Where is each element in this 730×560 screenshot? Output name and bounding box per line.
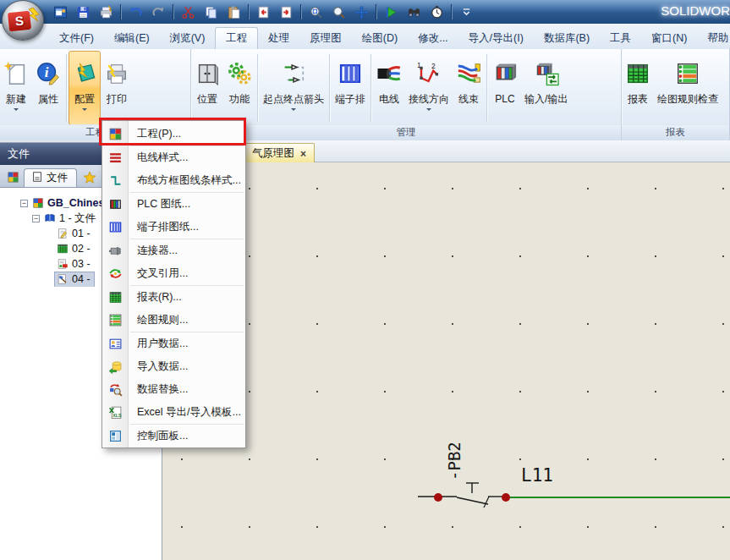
print-icon[interactable]: [95, 3, 118, 22]
plc-sheet-icon: [108, 197, 123, 211]
forward-icon[interactable]: [275, 3, 298, 22]
close-tab-icon[interactable]: ×: [300, 149, 306, 159]
redo-icon[interactable]: [147, 3, 170, 22]
rules-check-icon: [675, 61, 700, 86]
config-button-label: 配置: [74, 93, 95, 106]
menu-item-data-replace-label: 数据替换...: [128, 382, 188, 397]
wiring-direction-button[interactable]: 12接线方向: [405, 51, 453, 125]
tab-tools[interactable]: 工具: [600, 28, 641, 49]
zoom-icon[interactable]: [327, 3, 350, 22]
copy-icon[interactable]: [200, 3, 222, 22]
tab-schematic[interactable]: 原理图: [299, 28, 352, 49]
play-icon[interactable]: [380, 3, 403, 22]
new-button[interactable]: 新建: [0, 51, 32, 125]
plc-icon: [492, 61, 518, 86]
app-logo[interactable]: S: [2, 0, 47, 41]
back-icon[interactable]: [252, 3, 275, 22]
clock-icon[interactable]: [425, 3, 448, 22]
drawing-canvas[interactable]: -PB2 L11: [162, 162, 730, 560]
tab-view[interactable]: 浏览(V): [160, 28, 216, 49]
project-cube-icon[interactable]: [7, 171, 19, 184]
menu-item-project-label: 工程(P)...: [128, 127, 181, 141]
svg-text:XLS: XLS: [113, 413, 122, 418]
harness-button[interactable]: 线束: [453, 51, 485, 125]
tab-process[interactable]: 处理: [258, 28, 299, 49]
cable-button[interactable]: 电线: [373, 51, 405, 125]
menu-item-project[interactable]: 工程(P)...: [102, 123, 245, 145]
tab-file[interactable]: 文件(F): [49, 28, 104, 49]
menu-item-import-data[interactable]: 导入数据...: [102, 355, 245, 378]
tab-modify[interactable]: 修改...: [408, 28, 458, 49]
document-tab-schematic[interactable]: 气原理图 ×: [244, 143, 315, 163]
side-panel-tab-files[interactable]: 文件: [24, 168, 77, 187]
tab-project[interactable]: 工程: [215, 27, 258, 49]
tree-item-01-label: 01 -: [72, 228, 92, 239]
tab-import-export[interactable]: 导入/导出(I): [458, 28, 534, 49]
tree-item-02-label: 02 -: [72, 243, 92, 255]
menu-item-data-replace[interactable]: 数据替换...: [102, 378, 245, 401]
config-button[interactable]: 配置: [69, 51, 101, 125]
control-panel-icon: [108, 429, 123, 443]
document-icon: [31, 171, 43, 185]
menu-item-excel-template[interactable]: XLSExcel 导出/导入模板...: [102, 401, 245, 424]
menu-item-connector-label: 连接器...: [128, 244, 178, 258]
print-button[interactable]: 打印: [101, 51, 133, 125]
menu-item-terminal-drawings[interactable]: 端子排图纸...: [102, 216, 245, 239]
data-replace-icon: [108, 382, 123, 397]
favorites-star-icon[interactable]: [83, 171, 96, 184]
line-style-icon: [108, 173, 123, 188]
ribbon-tab-bar: 文件(F)编辑(E)浏览(V)工程处理原理图绘图(D)修改...导入/导出(I)…: [0, 24, 730, 49]
cut-icon[interactable]: [177, 3, 200, 22]
menu-item-user-data[interactable]: 用户数据...: [102, 332, 245, 355]
terminal-strip-button[interactable]: 端子排: [332, 51, 369, 125]
function-icon: [227, 61, 252, 86]
app-window-icon[interactable]: [49, 3, 72, 22]
origin-destination-arrows-button[interactable]: 起点终点箭头: [260, 51, 327, 125]
chevron-down-icon: [82, 108, 87, 113]
toolbar-separator: [451, 4, 453, 19]
tab-draw[interactable]: 绘图(D): [352, 28, 408, 49]
reports-button[interactable]: 报表: [622, 51, 654, 125]
undo-icon[interactable]: [124, 3, 147, 22]
config-dropdown-menu: 工程(P)...电线样式...布线方框图线条样式...PLC 图纸...端子排图…: [102, 120, 246, 448]
chevron-down-icon: [291, 108, 296, 113]
plc-button[interactable]: PLC: [489, 51, 521, 125]
save-icon[interactable]: [72, 3, 95, 22]
menu-item-import-data-label: 导入数据...: [128, 360, 188, 374]
wire-direction-icon: 12: [416, 61, 442, 86]
menu-item-reports[interactable]: 报表(R)...: [102, 286, 245, 309]
reports-button-label: 报表: [628, 93, 648, 106]
pan-icon[interactable]: [350, 3, 373, 22]
zoom-window-icon[interactable]: [305, 3, 327, 22]
quick-access-toolbar: [49, 2, 478, 22]
menu-item-routing-line-style[interactable]: 布线方框图线条样式...: [102, 169, 245, 192]
menu-item-plc-drawings[interactable]: PLC 图纸...: [102, 193, 245, 216]
menu-item-cross-reference[interactable]: 交叉引用...: [102, 262, 245, 285]
tab-database[interactable]: 数据库(B): [534, 28, 600, 49]
properties-button[interactable]: i属性: [32, 51, 64, 125]
harness-button-label: 线束: [458, 93, 479, 106]
new-button-label: 新建: [6, 93, 26, 106]
config-icon: [72, 61, 97, 86]
tree-expander-icon[interactable]: −: [32, 215, 40, 222]
paste-icon[interactable]: [222, 3, 245, 22]
menu-item-control-panel[interactable]: 控制面板...: [102, 425, 245, 447]
document-tab-bar: 气原理图 ×: [162, 140, 730, 162]
tree-expander-icon[interactable]: −: [20, 200, 28, 207]
pushbutton-contact: [457, 497, 488, 504]
more-commands-icon[interactable]: [455, 3, 478, 22]
location-button-label: 位置: [197, 93, 217, 106]
input-output-button[interactable]: 输入/输出: [521, 51, 571, 125]
menu-item-connector[interactable]: 连接器...: [102, 239, 245, 262]
binoculars-icon[interactable]: [403, 3, 425, 22]
menu-item-drawing-rules[interactable]: 绘图规则...: [102, 309, 245, 332]
tab-edit[interactable]: 编辑(E): [104, 28, 160, 49]
function-button[interactable]: 功能: [223, 51, 255, 125]
tab-help[interactable]: 帮助: [697, 28, 730, 49]
drawing-rules-check-button[interactable]: 绘图规则检查: [654, 51, 722, 125]
app-title: SOLIDWOR: [661, 3, 730, 18]
location-button[interactable]: 位置: [191, 51, 223, 125]
excel-template-icon: XLS: [108, 405, 123, 420]
menu-item-wire-style[interactable]: 电线样式...: [102, 146, 245, 169]
tab-window[interactable]: 窗口(N): [641, 28, 697, 49]
